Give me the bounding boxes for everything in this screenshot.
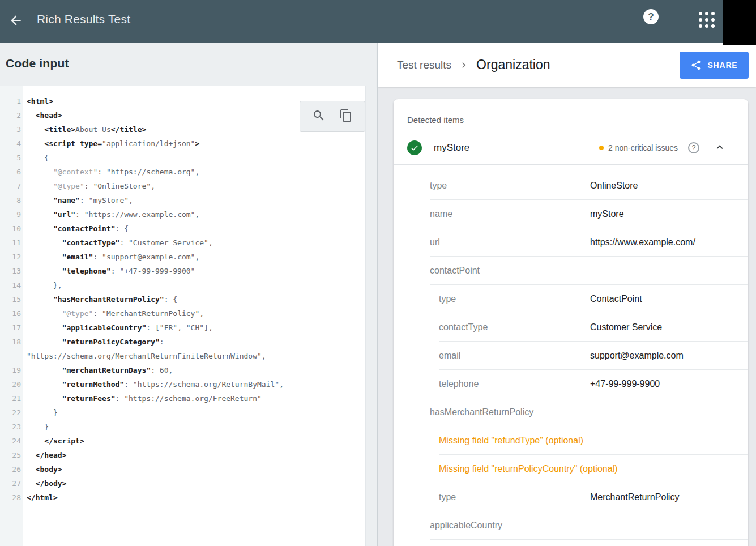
code-line: 20 "returnMethod": "https://schema.org/R… — [0, 377, 365, 391]
code-line: 14 }, — [0, 278, 365, 292]
code-text: "returnFees": "https://schema.org/FreeRe… — [24, 391, 365, 406]
code-input-header: Code input — [0, 43, 377, 86]
code-line: 6 "@context": "https://schema.org", — [0, 165, 365, 179]
code-text: "applicableCountry": ["FR", "CH"], — [24, 321, 365, 335]
detail-row: contactTypeCustomer Service — [439, 313, 748, 342]
line-number: 3 — [0, 122, 24, 136]
results-header: Test results Organization SHARE — [378, 43, 756, 87]
detected-items-label: Detected items — [407, 115, 748, 125]
detected-item-header[interactable]: myStore 2 non-critical issues ? — [394, 131, 748, 164]
detail-label: contactType — [439, 322, 590, 332]
app-bar: Rich Results Test ? — [0, 0, 756, 43]
code-text: </html> — [24, 490, 365, 505]
detail-value: +47-99-999-9900 — [590, 379, 660, 389]
breadcrumb-test-results[interactable]: Test results — [397, 59, 451, 71]
detail-label: Missing field "returnPolicyCountry" (opt… — [439, 464, 617, 474]
code-line: 16 "@type": "MerchantReturnPolicy", — [0, 306, 365, 321]
line-number: 4 — [0, 136, 24, 151]
line-number: 27 — [0, 476, 24, 490]
detail-value: https://www.example.com/ — [590, 237, 695, 248]
question-mark-icon: ? — [648, 11, 654, 23]
detail-row: typeOnlineStore — [430, 172, 748, 200]
line-number: 9 — [0, 207, 24, 221]
line-number: 21 — [0, 391, 24, 406]
detail-label: applicableCountry — [430, 521, 590, 531]
missing-field-row[interactable]: Missing field "refundType" (optional) — [439, 426, 748, 455]
code-text: "telephone": "+47-99-999-9900" — [24, 264, 365, 278]
share-button[interactable]: SHARE — [680, 52, 749, 79]
code-text: "@type": "MerchantReturnPolicy", — [24, 306, 365, 321]
code-line: 11 "contactType": "Customer Service", — [0, 236, 365, 250]
line-number: 23 — [0, 420, 24, 434]
detail-label: type — [439, 294, 590, 304]
grid-dot-icon — [705, 12, 708, 15]
code-line: 18 "returnPolicyCategory": "https://sche… — [0, 335, 365, 363]
code-text: <body> — [24, 462, 365, 476]
search-button[interactable] — [311, 109, 326, 124]
code-line: 25 </head> — [0, 448, 365, 462]
line-number: 24 — [0, 434, 24, 448]
detected-items-card: Detected items myStore 2 non-critical is… — [394, 99, 748, 546]
detail-label: telephone — [439, 379, 590, 389]
code-editor[interactable]: 1<html>2 <head>3 <title>About Us</title>… — [0, 86, 377, 546]
detected-item-rows: typeOnlineStorenamemyStoreurlhttps://www… — [394, 165, 748, 540]
copy-button[interactable] — [339, 109, 353, 124]
code-line: 13 "telephone": "+47-99-999-9900" — [0, 264, 365, 278]
line-number: 12 — [0, 250, 24, 264]
detail-label: contactPoint — [430, 266, 590, 276]
detail-row: telephone+47-99-999-9900 — [439, 370, 748, 398]
detected-item-name: myStore — [434, 142, 469, 153]
breadcrumb: Test results Organization — [378, 57, 550, 72]
line-number: 15 — [0, 292, 24, 306]
redacted-account-area — [723, 0, 756, 45]
code-line: 21 "returnFees": "https://schema.org/Fre… — [0, 391, 365, 406]
help-button[interactable]: ? — [643, 9, 659, 24]
missing-field-row[interactable]: Missing field "returnPolicyCountry" (opt… — [439, 455, 748, 483]
detail-row: typeContactPoint — [439, 285, 748, 313]
grid-dot-icon — [705, 18, 708, 22]
code-line: 26 <body> — [0, 462, 365, 476]
detail-value: OnlineStore — [590, 181, 638, 191]
line-number: 19 — [0, 363, 24, 377]
detail-row: typeMerchantReturnPolicy — [439, 483, 748, 511]
issues-summary-text: 2 non-critical issues — [608, 143, 678, 152]
grid-dot-icon — [699, 24, 702, 28]
line-number: 16 — [0, 306, 24, 321]
panel-divider — [377, 43, 378, 546]
code-text: } — [24, 420, 365, 434]
results-panel: Test results Organization SHARE Detected… — [378, 43, 756, 546]
code-lines: 1<html>2 <head>3 <title>About Us</title>… — [0, 94, 365, 505]
line-number: 8 — [0, 193, 24, 207]
code-line: 19 "merchantReturnDays": 60, — [0, 363, 365, 377]
code-line: 17 "applicableCountry": ["FR", "CH"], — [0, 321, 365, 335]
code-text: </script> — [24, 434, 365, 448]
detail-label: hasMerchantReturnPolicy — [430, 407, 590, 417]
detail-label: name — [430, 209, 590, 219]
line-number: 7 — [0, 179, 24, 193]
code-toolbar — [300, 101, 365, 132]
back-button[interactable] — [7, 12, 25, 31]
detail-row: hasMerchantReturnPolicy — [430, 398, 748, 426]
line-number: 22 — [0, 406, 24, 420]
apps-grid-button[interactable] — [699, 12, 715, 28]
share-button-label: SHARE — [707, 61, 737, 70]
grid-dot-icon — [699, 18, 702, 22]
code-line: 8 "name": "myStore", — [0, 193, 365, 207]
help-outline-icon[interactable]: ? — [688, 142, 699, 153]
collapse-button[interactable] — [713, 141, 727, 155]
code-text: "returnMethod": "https://schema.org/Retu… — [24, 377, 365, 391]
code-line: 28</html> — [0, 490, 365, 505]
detail-value: MerchantReturnPolicy — [590, 492, 679, 502]
page-title: Organization — [476, 57, 550, 72]
code-scrollbar[interactable] — [365, 86, 377, 546]
line-number: 13 — [0, 264, 24, 278]
share-icon — [690, 59, 702, 71]
code-text: { — [24, 151, 365, 165]
code-line: 12 "email": "support@example.com", — [0, 250, 365, 264]
line-number: 28 — [0, 490, 24, 505]
detail-label: email — [439, 351, 590, 361]
search-icon — [312, 109, 326, 125]
issues-summary: 2 non-critical issues ? — [599, 141, 727, 155]
code-line: 22 } — [0, 406, 365, 420]
line-number: 11 — [0, 236, 24, 250]
